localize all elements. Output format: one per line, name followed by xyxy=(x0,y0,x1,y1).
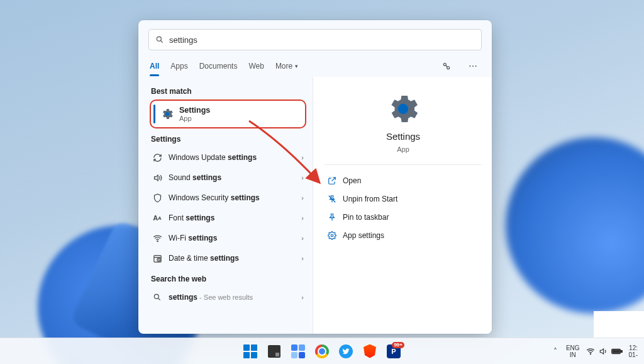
result-datetime[interactable]: Date & time settings › xyxy=(150,248,306,268)
open-icon xyxy=(327,176,336,185)
section-best-match: Best match xyxy=(151,87,306,96)
action-label: Pin to taskbar xyxy=(343,213,389,222)
svg-point-0 xyxy=(157,37,161,41)
taskbar-app-twitter[interactable] xyxy=(336,341,356,361)
pin-icon xyxy=(327,212,336,222)
terminal-icon xyxy=(268,345,280,358)
result-wifi[interactable]: Wi-Fi settings › xyxy=(150,228,306,248)
tray-overflow-button[interactable]: ˄ xyxy=(551,344,560,358)
action-label: Unpin from Start xyxy=(343,195,397,203)
windows-icon xyxy=(243,344,257,358)
search-input[interactable] xyxy=(169,35,475,45)
result-label: Windows Update settings xyxy=(169,153,295,162)
best-match-subtitle: App xyxy=(179,115,210,122)
quick-settings[interactable] xyxy=(586,347,623,356)
taskbar-app-brave[interactable] xyxy=(360,341,380,361)
result-label: Windows Security settings xyxy=(169,193,295,202)
account-sync-icon[interactable] xyxy=(439,59,454,74)
more-options-icon[interactable]: ⋯ xyxy=(465,59,480,74)
tab-all[interactable]: All xyxy=(150,59,159,73)
chevron-right-icon: › xyxy=(301,194,304,202)
action-label: App settings xyxy=(343,231,384,240)
search-icon xyxy=(152,292,162,302)
paypal-icon: P99+ xyxy=(387,344,401,358)
wallpaper-bloom xyxy=(506,137,644,314)
clock-date[interactable]: 12:01- xyxy=(629,344,640,358)
svg-line-1 xyxy=(161,41,163,43)
best-match-result[interactable]: Settings App xyxy=(150,100,306,128)
svg-line-9 xyxy=(158,299,160,300)
clock-icon xyxy=(152,253,162,263)
settings-gear-icon xyxy=(160,107,174,121)
start-button[interactable] xyxy=(240,341,260,361)
tab-more[interactable]: More▾ xyxy=(275,59,298,73)
taskbar-widgets[interactable] xyxy=(288,341,308,361)
section-search-web: Search the web xyxy=(151,275,306,283)
svg-point-10 xyxy=(398,104,408,114)
section-settings: Settings xyxy=(151,135,306,144)
system-tray: ˄ ENGIN 12:01- xyxy=(551,344,640,358)
tab-documents[interactable]: Documents xyxy=(199,59,238,73)
volume-icon xyxy=(599,347,608,356)
preview-header: Settings App xyxy=(325,91,482,165)
twitter-icon xyxy=(339,344,353,358)
cropped-whitespace xyxy=(594,311,644,338)
result-sound[interactable]: Sound settings › xyxy=(150,168,306,188)
result-label: Sound settings xyxy=(169,173,295,182)
chevron-right-icon: › xyxy=(301,254,304,262)
start-search-panel: All Apps Documents Web More▾ ⋯ Best matc… xyxy=(138,20,492,334)
result-label: settings - See web results xyxy=(169,293,295,302)
chevron-right-icon: › xyxy=(301,214,304,222)
action-app-settings[interactable]: App settings xyxy=(325,226,482,244)
svg-rect-16 xyxy=(621,350,622,352)
chevron-right-icon: › xyxy=(301,293,304,301)
best-match-title: Settings xyxy=(179,106,210,115)
result-web-search[interactable]: settings - See web results › xyxy=(150,287,306,307)
result-security[interactable]: Windows Security settings › xyxy=(150,188,306,208)
result-font[interactable]: AA Font settings › xyxy=(150,208,306,228)
tab-apps[interactable]: Apps xyxy=(170,59,187,73)
taskbar-app-chrome[interactable] xyxy=(312,341,332,361)
sync-icon xyxy=(152,152,162,162)
svg-point-12 xyxy=(331,234,333,237)
settings-gear-icon xyxy=(385,91,421,127)
result-label: Font settings xyxy=(169,213,295,222)
action-open[interactable]: Open xyxy=(325,171,482,190)
wifi-icon xyxy=(586,347,595,356)
taskbar: P99+ ˄ ENGIN 12:01- xyxy=(0,338,644,364)
action-pin-taskbar[interactable]: Pin to taskbar xyxy=(325,208,482,226)
shield-icon xyxy=(152,193,162,203)
chrome-icon xyxy=(315,344,329,358)
result-windows-update[interactable]: Windows Update settings › xyxy=(150,147,306,168)
search-header xyxy=(138,20,492,55)
chevron-right-icon: › xyxy=(301,174,304,181)
unpin-icon xyxy=(327,194,336,203)
result-label: Wi-Fi settings xyxy=(169,234,295,242)
selection-indicator xyxy=(153,105,155,123)
taskbar-pinned-apps: P99+ xyxy=(240,341,404,361)
wifi-icon xyxy=(152,233,162,243)
font-icon: AA xyxy=(152,213,162,223)
action-unpin-start[interactable]: Unpin from Start xyxy=(325,190,482,208)
taskbar-app-paypal[interactable]: P99+ xyxy=(384,341,404,361)
brave-icon xyxy=(364,344,376,358)
preview-title: Settings xyxy=(386,131,420,142)
notification-badge: 99+ xyxy=(392,342,404,348)
battery-icon xyxy=(611,348,623,355)
svg-point-8 xyxy=(154,294,158,299)
svg-point-5 xyxy=(157,241,157,241)
chevron-right-icon: › xyxy=(301,154,304,161)
action-label: Open xyxy=(343,176,361,185)
gear-icon xyxy=(327,230,336,240)
widgets-icon xyxy=(291,344,305,358)
svg-point-13 xyxy=(590,353,591,354)
preview-subtitle: App xyxy=(397,145,409,153)
svg-point-4 xyxy=(165,112,169,116)
language-indicator[interactable]: ENGIN xyxy=(566,344,580,358)
tab-web[interactable]: Web xyxy=(248,59,264,73)
search-box[interactable] xyxy=(148,29,482,50)
taskbar-app-terminal[interactable] xyxy=(264,341,284,361)
preview-pane: Settings App Open Unpin from Start Pin xyxy=(313,77,492,334)
svg-rect-15 xyxy=(613,350,619,352)
search-icon xyxy=(155,35,164,44)
